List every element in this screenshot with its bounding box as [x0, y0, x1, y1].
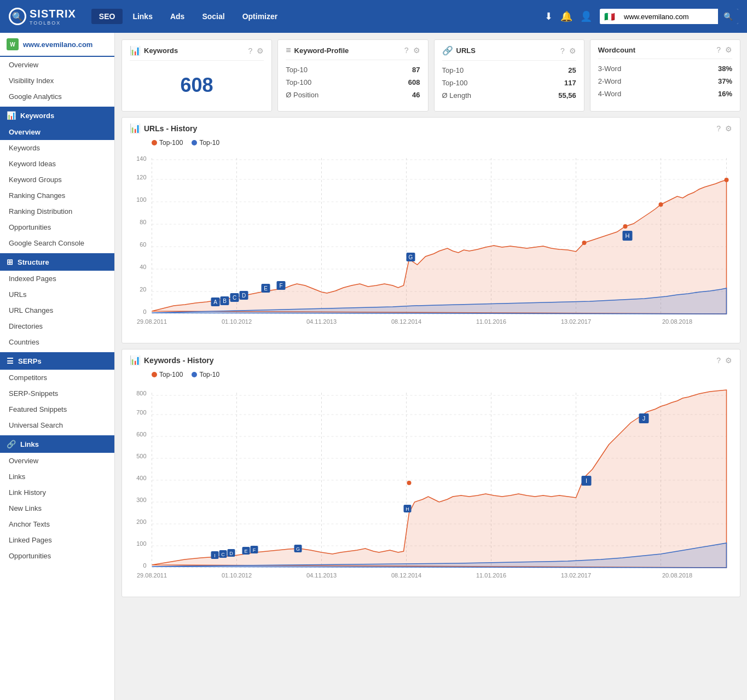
nav-seo[interactable]: SEO	[91, 9, 123, 24]
legend-top10-dot	[192, 140, 197, 145]
sidebar-item-countries[interactable]: Countries	[0, 334, 114, 350]
keywords-gear-icon[interactable]: ⚙	[257, 46, 264, 55]
bell-icon[interactable]: 🔔	[560, 10, 572, 22]
svg-text:11.01.2016: 11.01.2016	[476, 318, 506, 325]
kp-gear-icon[interactable]: ⚙	[413, 46, 420, 55]
user-icon[interactable]: 👤	[580, 10, 592, 22]
sidebar-item-universal[interactable]: Universal Search	[0, 417, 114, 433]
svg-text:140: 140	[136, 155, 146, 162]
sidebar-item-overview-top[interactable]: Overview	[0, 57, 114, 73]
svg-text:I: I	[586, 477, 587, 484]
sidebar-item-links-opportunities[interactable]: Opportunities	[0, 548, 114, 564]
search-button[interactable]: 🔍	[718, 9, 738, 24]
urls-history-help[interactable]: ?	[716, 124, 721, 133]
kw-history-help[interactable]: ?	[716, 356, 721, 365]
sidebar-item-kw-overview[interactable]: Overview	[0, 124, 114, 140]
urls-history-svg: 0 20 40 60 80 100 120 140	[130, 150, 732, 336]
svg-text:100: 100	[136, 540, 146, 547]
sidebar-item-keywords[interactable]: Keywords	[0, 140, 114, 156]
wc-help-icon[interactable]: ?	[716, 45, 721, 54]
sidebar-section-keywords[interactable]: 📊 Keywords	[0, 107, 114, 124]
svg-point-28	[725, 178, 729, 182]
main-layout: W www.evemilano.com Overview Visibility …	[0, 33, 747, 700]
sidebar-item-serp-snippets[interactable]: SERP-Snippets	[0, 386, 114, 401]
svg-text:500: 500	[136, 453, 146, 459]
sidebar-item-indexed[interactable]: Indexed Pages	[0, 271, 114, 287]
sidebar-item-ranking-changes[interactable]: Ranking Changes	[0, 188, 114, 203]
urls-row-0: Top-10 25	[442, 65, 576, 75]
wordcount-rows: 3-Word 38% 2-Word 37% 4-Word 16%	[598, 63, 732, 99]
urls-value-1: 117	[564, 79, 576, 87]
svg-text:800: 800	[136, 390, 146, 396]
sidebar-item-linked-pages[interactable]: Linked Pages	[0, 532, 114, 548]
sidebar-item-analytics[interactable]: Google Analytics	[0, 89, 114, 104]
svg-text:80: 80	[140, 219, 146, 225]
sidebar-item-new-links[interactable]: New Links	[0, 500, 114, 516]
urls-card-title: URLS	[456, 46, 557, 55]
sidebar-item-urls[interactable]: URLs	[0, 287, 114, 302]
sidebar-section-serps[interactable]: ☰ SERPs	[0, 352, 114, 370]
svg-text:120: 120	[136, 174, 146, 180]
sidebar-item-url-changes[interactable]: URL Changes	[0, 302, 114, 318]
kw-history-gear[interactable]: ⚙	[725, 356, 732, 365]
svg-text:20.08.2018: 20.08.2018	[662, 572, 692, 579]
svg-text:F: F	[253, 547, 256, 553]
sidebar-section-links[interactable]: 🔗 Links	[0, 435, 114, 453]
svg-text:11.01.2016: 11.01.2016	[476, 572, 506, 579]
kp-label-2: Ø Position	[286, 91, 319, 99]
keywords-card-title: Keywords	[144, 46, 245, 55]
sidebar-item-links[interactable]: Links	[0, 469, 114, 485]
sidebar-domain[interactable]: W www.evemilano.com	[0, 33, 114, 57]
keywords-help-icon[interactable]: ?	[248, 46, 252, 55]
sidebar-item-competitors[interactable]: Competitors	[0, 370, 114, 386]
sidebar-item-kw-ideas[interactable]: Keyword Ideas	[0, 156, 114, 172]
urls-history-title: URLs - History	[144, 124, 713, 133]
sidebar-item-gsc[interactable]: Google Search Console	[0, 235, 114, 251]
sidebar-section-structure[interactable]: ⊞ Structure	[0, 253, 114, 271]
flag-button[interactable]: 🇮🇹	[600, 9, 619, 24]
urls-gear-icon[interactable]: ⚙	[569, 46, 576, 55]
svg-text:0: 0	[143, 308, 146, 315]
kw-history-chart-icon: 📊	[130, 355, 141, 365]
structure-section-icon: ⊞	[7, 258, 13, 266]
sidebar-item-featured[interactable]: Featured Snippets	[0, 401, 114, 417]
nav-optimizer[interactable]: Optimizer	[235, 9, 286, 24]
svg-text:0: 0	[143, 562, 146, 569]
sidebar-item-ranking-dist[interactable]: Ranking Distribution	[0, 203, 114, 219]
serps-section-icon: ☰	[7, 357, 14, 365]
urls-icon: 🔗	[442, 45, 453, 56]
search-input[interactable]	[619, 9, 718, 24]
kw-legend-top10: Top-10	[192, 371, 219, 378]
main-nav: SEO Links Ads Social Optimizer	[91, 9, 285, 24]
urls-help-icon[interactable]: ?	[560, 46, 565, 55]
nav-ads[interactable]: Ads	[163, 9, 192, 24]
svg-text:G: G	[296, 546, 300, 552]
keywords-chart-icon: 📊	[130, 45, 141, 56]
sidebar-item-link-history[interactable]: Link History	[0, 485, 114, 500]
sidebar-item-kw-groups[interactable]: Keyword Groups	[0, 172, 114, 188]
sidebar-item-directories[interactable]: Directories	[0, 318, 114, 334]
keywords-section-label: Keywords	[20, 112, 54, 120]
urls-rows: Top-10 25 Top-100 117 Ø Length 55,56	[442, 65, 576, 101]
nav-social[interactable]: Social	[194, 9, 232, 24]
nav-links[interactable]: Links	[125, 9, 160, 24]
svg-text:01.10.2012: 01.10.2012	[222, 318, 252, 325]
keywords-card-actions: ? ⚙	[248, 46, 264, 55]
sidebar-item-opportunities[interactable]: Opportunities	[0, 219, 114, 235]
logo-text: SISTRIX	[30, 8, 76, 20]
wc-gear-icon[interactable]: ⚙	[725, 45, 732, 54]
stats-row: 📊 Keywords ? ⚙ 608 ≡ Keyword-Profile ? ⚙	[121, 39, 740, 112]
kp-value-0: 87	[412, 66, 420, 74]
urls-card: 🔗 URLS ? ⚙ Top-10 25 Top-100 117	[434, 39, 584, 112]
kp-label-1: Top-100	[286, 78, 311, 86]
sidebar-item-visibility[interactable]: Visibility Index	[0, 73, 114, 89]
sidebar-item-anchor-texts[interactable]: Anchor Texts	[0, 516, 114, 532]
kp-help-icon[interactable]: ?	[404, 46, 409, 55]
download-icon[interactable]: ⬇	[545, 10, 553, 22]
wordcount-card-actions: ? ⚙	[716, 45, 732, 54]
svg-text:08.12.2014: 08.12.2014	[391, 318, 421, 325]
urls-history-gear[interactable]: ⚙	[725, 124, 732, 133]
sidebar-item-links-overview[interactable]: Overview	[0, 453, 114, 469]
svg-text:40: 40	[140, 264, 146, 270]
svg-point-92	[407, 481, 412, 485]
